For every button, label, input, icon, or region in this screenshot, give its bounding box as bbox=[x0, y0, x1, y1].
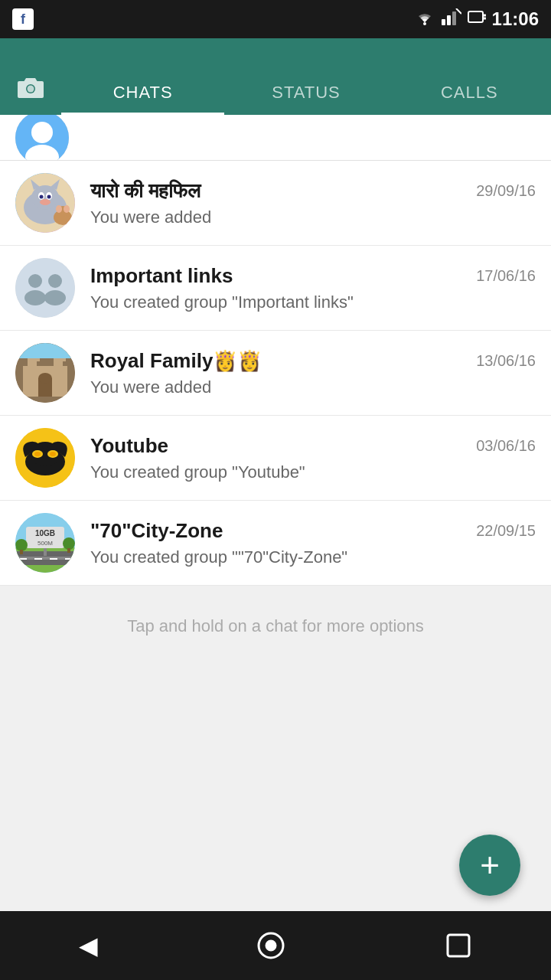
chat-time: 17/06/16 bbox=[476, 267, 536, 285]
svg-point-28 bbox=[28, 274, 42, 288]
svg-text:500M: 500M bbox=[37, 540, 53, 547]
chat-list: यारो की महफिल 29/09/16 You were added Im… bbox=[0, 161, 551, 586]
chat-name: "70"City-Zone bbox=[90, 519, 223, 543]
chat-content: Important links 17/06/16 You created gro… bbox=[90, 264, 536, 312]
svg-point-0 bbox=[423, 22, 426, 25]
svg-point-31 bbox=[44, 290, 66, 305]
svg-point-67 bbox=[266, 941, 276, 950]
avatar: 10GB 500M bbox=[15, 513, 75, 573]
recent-apps-button[interactable] bbox=[445, 932, 472, 959]
svg-text:10GB: 10GB bbox=[35, 529, 55, 537]
chat-header-row: Royal Family👸👸 13/06/16 bbox=[90, 349, 536, 373]
chat-header-row: "70"City-Zone 22/09/15 bbox=[90, 519, 536, 543]
chat-name: Royal Family👸👸 bbox=[90, 349, 262, 373]
hint-text: Tap and hold on a chat for more options bbox=[0, 586, 551, 667]
chat-time: 13/06/16 bbox=[476, 352, 536, 370]
chat-content: Royal Family👸👸 13/06/16 You were added bbox=[90, 349, 536, 397]
svg-point-64 bbox=[63, 537, 75, 550]
svg-point-15 bbox=[31, 185, 59, 210]
chat-message: You were added bbox=[90, 207, 536, 227]
svg-rect-5 bbox=[468, 11, 483, 22]
svg-point-20 bbox=[40, 195, 44, 199]
svg-point-49 bbox=[50, 452, 56, 456]
new-chat-fab[interactable]: + bbox=[459, 835, 520, 896]
signal-icon bbox=[442, 8, 461, 30]
chat-name: यारो की महफिल bbox=[90, 179, 201, 203]
svg-point-27 bbox=[15, 258, 75, 318]
svg-point-62 bbox=[15, 539, 28, 551]
chat-header-row: Important links 17/06/16 bbox=[90, 264, 536, 288]
home-button[interactable] bbox=[256, 930, 286, 961]
svg-rect-54 bbox=[19, 558, 27, 560]
chat-time: 29/09/16 bbox=[476, 182, 536, 200]
svg-rect-2 bbox=[447, 15, 451, 25]
svg-point-30 bbox=[48, 274, 62, 288]
nav-tabs: CHATS STATUS CALLS bbox=[61, 38, 551, 115]
bottom-navigation: ◀ bbox=[0, 911, 551, 980]
svg-point-41 bbox=[38, 373, 52, 384]
svg-rect-55 bbox=[34, 558, 42, 560]
tab-status[interactable]: STATUS bbox=[224, 83, 387, 115]
chat-message: You created group "Youtube" bbox=[90, 462, 536, 482]
facebook-icon: f bbox=[12, 8, 34, 30]
chat-message: You were added bbox=[90, 377, 536, 397]
tab-chats[interactable]: CHATS bbox=[61, 83, 224, 115]
add-icon: + bbox=[480, 848, 500, 882]
avatar bbox=[15, 428, 75, 488]
svg-point-22 bbox=[40, 199, 51, 205]
svg-point-48 bbox=[34, 452, 41, 456]
chat-message: You created group ""70"City-Zone" bbox=[90, 547, 536, 567]
status-bar-left: f bbox=[12, 8, 34, 30]
chat-time: 22/09/15 bbox=[476, 522, 536, 540]
svg-point-9 bbox=[28, 86, 34, 93]
avatar bbox=[15, 173, 75, 233]
battery-icon bbox=[468, 8, 486, 30]
svg-rect-3 bbox=[452, 11, 456, 25]
chat-item[interactable]: Important links 17/06/16 You created gro… bbox=[0, 246, 551, 331]
chat-message: You created group "Important links" bbox=[90, 292, 536, 312]
back-button[interactable]: ◀ bbox=[79, 931, 98, 960]
status-time: 11:06 bbox=[492, 8, 539, 30]
svg-point-29 bbox=[24, 290, 46, 305]
status-bar-right: 11:06 bbox=[414, 8, 539, 30]
chat-content: Youtube 03/06/16 You created group "Yout… bbox=[90, 434, 536, 482]
chat-name: Important links bbox=[90, 264, 233, 288]
tab-calls[interactable]: CALLS bbox=[388, 83, 551, 115]
chat-header-row: यारो की महफिल 29/09/16 bbox=[90, 179, 536, 203]
status-bar: f 11 bbox=[0, 0, 551, 38]
svg-line-4 bbox=[456, 8, 461, 14]
svg-rect-65 bbox=[67, 548, 70, 553]
svg-point-26 bbox=[64, 205, 70, 213]
svg-rect-63 bbox=[20, 550, 23, 554]
chat-item[interactable]: 10GB 500M "70"City-Zone 22/09/15 You cre… bbox=[0, 501, 551, 586]
chat-item[interactable]: Royal Family👸👸 13/06/16 You were added bbox=[0, 331, 551, 416]
chat-content: यारो की महफिल 29/09/16 You were added bbox=[90, 179, 536, 227]
app-header: CHATS STATUS CALLS bbox=[0, 38, 551, 115]
partial-chat-item[interactable] bbox=[0, 115, 551, 161]
avatar bbox=[15, 258, 75, 318]
svg-rect-57 bbox=[65, 558, 73, 560]
chat-item[interactable]: यारो की महफिल 29/09/16 You were added bbox=[0, 161, 551, 246]
wifi-icon bbox=[414, 8, 435, 30]
svg-rect-1 bbox=[442, 19, 445, 25]
avatar bbox=[15, 343, 75, 403]
svg-rect-68 bbox=[448, 935, 469, 956]
svg-rect-56 bbox=[50, 558, 57, 560]
svg-point-21 bbox=[47, 195, 51, 199]
svg-rect-61 bbox=[44, 548, 47, 556]
chat-content: "70"City-Zone 22/09/15 You created group… bbox=[90, 519, 536, 567]
camera-button[interactable] bbox=[0, 75, 61, 115]
chat-name: Youtube bbox=[90, 434, 168, 458]
svg-point-11 bbox=[31, 122, 53, 143]
partial-avatar bbox=[15, 115, 69, 161]
svg-rect-42 bbox=[15, 343, 75, 358]
chat-header-row: Youtube 03/06/16 bbox=[90, 434, 536, 458]
chat-time: 03/06/16 bbox=[476, 437, 536, 455]
svg-point-25 bbox=[56, 205, 62, 213]
chat-item[interactable]: Youtube 03/06/16 You created group "Yout… bbox=[0, 416, 551, 501]
